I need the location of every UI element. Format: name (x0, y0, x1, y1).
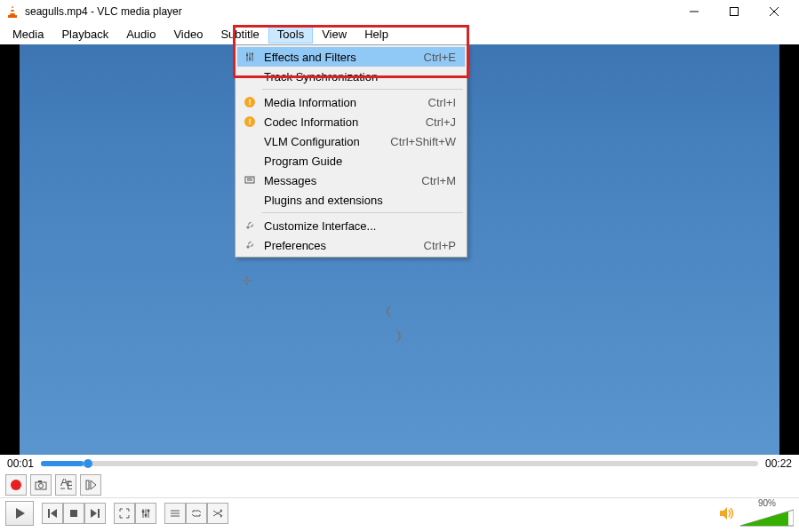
window-title: seagulls.mp4 - VLC media player (25, 5, 674, 18)
speaker-icon[interactable] (719, 506, 735, 520)
tools-menu-item[interactable]: VLM ConfigurationCtrl+Shift+W (237, 131, 465, 151)
svg-rect-22 (86, 480, 89, 489)
tools-menu-item[interactable]: Plugins and extensions (237, 190, 465, 210)
frame-step-button[interactable] (80, 474, 101, 496)
menu-item-label: Messages (259, 174, 421, 187)
svg-rect-5 (730, 8, 738, 16)
seek-fill (41, 461, 84, 466)
menu-view[interactable]: View (313, 25, 356, 44)
volume-slider[interactable] (740, 508, 794, 528)
warn-icon: ! (241, 97, 259, 107)
svg-marker-28 (91, 509, 97, 518)
tools-menu-item[interactable]: !Codec InformationCtrl+J (237, 112, 465, 131)
shuffle-button[interactable] (207, 503, 228, 524)
svg-marker-0 (10, 5, 15, 15)
volume-control: 90% (719, 498, 794, 528)
play-button[interactable] (5, 501, 34, 526)
record-button[interactable] (5, 474, 27, 496)
sliders-icon (241, 52, 259, 62)
bird-decoration: ❨ (384, 304, 395, 318)
menu-item-label: Codec Information (259, 115, 426, 129)
tools-menu-item[interactable]: PreferencesCtrl+P (237, 235, 465, 255)
previous-button[interactable] (42, 503, 63, 524)
seek-handle[interactable] (84, 459, 92, 468)
menu-media[interactable]: Media (4, 25, 52, 44)
playlist-button[interactable] (164, 503, 186, 524)
frame-step-icon (84, 479, 97, 491)
loop-button[interactable] (186, 503, 207, 524)
menu-item-label: Customize Interface... (259, 219, 456, 233)
svg-point-33 (142, 510, 145, 512)
menu-item-shortcut: Ctrl+J (426, 115, 461, 129)
tools-menu-item[interactable]: Track Synchronization (237, 67, 465, 86)
tools-menu-item[interactable]: Program Guide (237, 151, 465, 171)
svg-marker-26 (51, 509, 57, 518)
playlist-icon (170, 508, 180, 519)
play-icon (13, 507, 26, 520)
menu-item-label: Preferences (259, 239, 424, 252)
record-icon (11, 480, 21, 490)
minimize-button[interactable] (674, 0, 714, 23)
tools-menu-item[interactable]: Effects and FiltersCtrl+E (237, 47, 465, 67)
svg-rect-1 (8, 15, 17, 18)
extended-settings-button[interactable] (135, 503, 156, 524)
window-buttons (674, 0, 794, 23)
menu-tools[interactable]: Tools (268, 25, 313, 44)
menu-audio[interactable]: Audio (117, 25, 164, 44)
svg-rect-11 (246, 54, 248, 56)
svg-marker-39 (220, 509, 222, 512)
snapshot-button[interactable] (30, 474, 52, 496)
loop-icon (191, 508, 202, 519)
bird-decoration: ❩ (393, 329, 403, 343)
svg-point-18 (39, 484, 44, 488)
menu-item-shortcut: Ctrl+Shift+W (390, 135, 461, 148)
svg-rect-27 (70, 510, 77, 517)
stop-button[interactable] (63, 503, 84, 524)
tools-menu-item[interactable]: !Media InformationCtrl+I (237, 92, 465, 112)
menu-item-shortcut: Ctrl+P (424, 239, 461, 252)
menu-item-label: Media Information (259, 96, 428, 109)
svg-rect-3 (10, 12, 15, 13)
seek-slider[interactable] (41, 461, 758, 466)
time-bar: 00:01 00:22 (0, 455, 799, 472)
control-row-record: AB (0, 472, 799, 497)
time-elapsed: 00:01 (7, 457, 34, 470)
skip-back-icon (47, 508, 58, 519)
menu-playback[interactable]: Playback (52, 25, 117, 44)
menu-separator (262, 212, 463, 213)
menu-subtitle[interactable]: Subtitle (212, 25, 268, 44)
title-bar: seagulls.mp4 - VLC media player (0, 0, 799, 23)
wrench-icon (241, 240, 259, 250)
loop-ab-icon: AB (60, 479, 72, 491)
menu-separator (262, 89, 463, 90)
svg-rect-13 (252, 53, 253, 55)
fullscreen-button[interactable] (114, 503, 135, 524)
menu-video[interactable]: Video (164, 25, 212, 44)
svg-rect-25 (48, 509, 50, 518)
msg-icon (241, 175, 259, 186)
menu-item-shortcut: Ctrl+E (424, 51, 461, 64)
menu-help[interactable]: Help (356, 25, 397, 44)
svg-rect-2 (11, 8, 15, 10)
menu-item-label: Track Synchronization (259, 70, 456, 83)
skip-forward-icon (90, 508, 100, 519)
vlc-cone-icon (5, 4, 20, 19)
svg-marker-24 (16, 508, 25, 519)
menu-item-label: Effects and Filters (259, 51, 424, 64)
svg-marker-41 (720, 507, 727, 520)
close-button[interactable] (754, 0, 794, 23)
time-total: 00:22 (765, 457, 792, 470)
tools-menu-item[interactable]: Customize Interface... (237, 216, 465, 235)
menu-item-shortcut: Ctrl+I (428, 96, 461, 109)
volume-percent-label: 90% (758, 498, 776, 508)
svg-marker-23 (91, 480, 96, 489)
control-row-main: 90% (0, 497, 799, 528)
next-button[interactable] (84, 503, 106, 524)
tools-menu-item[interactable]: MessagesCtrl+M (237, 171, 465, 190)
svg-rect-19 (38, 480, 42, 482)
wrench-icon (241, 220, 259, 231)
pillarbox-left (0, 44, 20, 455)
stop-icon (68, 508, 79, 519)
maximize-button[interactable] (714, 0, 754, 23)
loop-ab-button[interactable]: AB (55, 474, 76, 496)
